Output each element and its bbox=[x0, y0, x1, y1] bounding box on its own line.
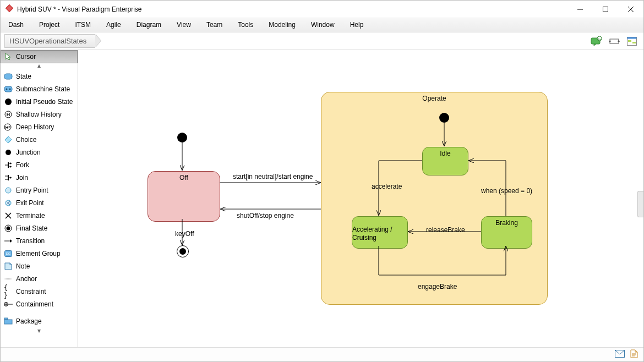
palette-label: Junction bbox=[16, 149, 41, 156]
svg-rect-16 bbox=[627, 37, 637, 39]
title-bar: Hybrid SUV * - Visual Paradigm Enterpris… bbox=[1, 1, 643, 18]
palette-scroll-up[interactable]: ▴ bbox=[1, 63, 78, 70]
svg-marker-41 bbox=[10, 177, 12, 179]
close-button[interactable] bbox=[618, 1, 643, 18]
palette-exit-point[interactable]: Exit Point bbox=[1, 196, 78, 209]
exit-point-icon bbox=[4, 199, 13, 207]
maximize-button[interactable] bbox=[593, 1, 618, 18]
palette-state[interactable]: State bbox=[1, 70, 78, 83]
palette-package[interactable]: Package bbox=[1, 315, 78, 327]
package-icon bbox=[4, 317, 13, 326]
fork-icon bbox=[4, 161, 13, 169]
palette-label: Shallow History bbox=[16, 111, 62, 118]
palette-label: Containment bbox=[16, 300, 53, 308]
palette-choice[interactable]: Choice bbox=[1, 133, 78, 146]
menu-team[interactable]: Team bbox=[199, 18, 230, 32]
palette-label: State bbox=[16, 73, 31, 80]
palette-join[interactable]: Join bbox=[1, 171, 78, 184]
app-icon bbox=[5, 4, 14, 14]
document-icon[interactable] bbox=[630, 349, 638, 360]
palette-element-group[interactable]: EG Element Group bbox=[1, 247, 78, 260]
palette-label: Package bbox=[16, 317, 42, 325]
choice-icon bbox=[4, 135, 13, 144]
entry-point-icon bbox=[4, 186, 13, 195]
palette-containment[interactable]: Containment bbox=[1, 298, 78, 310]
svg-rect-18 bbox=[632, 42, 636, 43]
diagram-canvas[interactable]: Off keyOff Operate Idle Accelerating / C… bbox=[78, 50, 643, 347]
breadcrumb[interactable]: HSUVOperationalStates bbox=[4, 34, 95, 48]
palette-label: Deep History bbox=[16, 123, 54, 131]
palette-label: Submachine State bbox=[16, 85, 70, 93]
svg-rect-17 bbox=[628, 40, 631, 42]
svg-text:9+: 9+ bbox=[598, 37, 602, 41]
mail-icon[interactable] bbox=[615, 350, 625, 359]
palette-terminate[interactable]: Terminate bbox=[1, 209, 78, 222]
junction-icon bbox=[4, 148, 13, 157]
comments-button[interactable]: 9+ bbox=[590, 35, 604, 48]
palette-label: Element Group bbox=[16, 250, 61, 257]
palette-label: Constraint bbox=[16, 288, 46, 295]
palette-deep-history[interactable]: H* Deep History bbox=[1, 120, 78, 133]
constraint-icon: { } bbox=[4, 287, 13, 296]
svg-point-24 bbox=[5, 98, 12, 105]
svg-point-42 bbox=[6, 188, 11, 193]
cursor-icon bbox=[4, 52, 13, 61]
menu-agile[interactable]: Agile bbox=[99, 18, 129, 32]
fit-width-button[interactable] bbox=[607, 35, 621, 48]
svg-marker-36 bbox=[10, 166, 12, 168]
menu-project[interactable]: Project bbox=[31, 18, 67, 32]
final-state-icon bbox=[4, 224, 13, 233]
element-group-icon: EG bbox=[4, 249, 13, 258]
join-icon bbox=[4, 173, 13, 182]
minimize-button[interactable] bbox=[567, 1, 593, 18]
palette-shallow-history[interactable]: H Shallow History bbox=[1, 108, 78, 120]
svg-rect-21 bbox=[4, 86, 12, 92]
right-panel-handle[interactable] bbox=[637, 191, 643, 217]
palette-note[interactable]: Note bbox=[1, 260, 78, 272]
svg-rect-60 bbox=[4, 320, 12, 324]
palette-transition[interactable]: Transition bbox=[1, 234, 78, 247]
palette-submachine[interactable]: Submachine State bbox=[1, 83, 78, 95]
palette-constraint[interactable]: { } Constraint bbox=[1, 285, 78, 298]
palette-label: Join bbox=[16, 174, 28, 182]
svg-marker-51 bbox=[10, 239, 12, 243]
palette-label: Terminate bbox=[16, 212, 45, 220]
containment-icon bbox=[4, 300, 13, 309]
transition-icon bbox=[4, 237, 13, 245]
palette-label: Cursor bbox=[16, 53, 36, 61]
menu-diagram[interactable]: Diagram bbox=[129, 18, 169, 32]
svg-rect-3 bbox=[603, 7, 608, 12]
palette-initial[interactable]: Initial Pseudo State bbox=[1, 95, 78, 108]
menu-window[interactable]: Window bbox=[303, 18, 342, 32]
palette-label: Entry Point bbox=[16, 187, 48, 194]
tool-palette: Cursor ▴ State Submachine State Initial … bbox=[1, 50, 78, 347]
menu-view[interactable]: View bbox=[169, 18, 199, 32]
palette-entry-point[interactable]: Entry Point bbox=[1, 184, 78, 196]
menu-dash[interactable]: Dash bbox=[1, 18, 31, 32]
svg-point-30 bbox=[6, 150, 11, 155]
menu-itsm[interactable]: ITSM bbox=[67, 18, 99, 32]
menu-modeling[interactable]: Modeling bbox=[261, 18, 303, 32]
anchor-icon bbox=[4, 275, 13, 283]
palette-scroll-down[interactable]: ▾ bbox=[1, 328, 78, 335]
palette-label: Transition bbox=[16, 237, 45, 245]
menu-tools[interactable]: Tools bbox=[230, 18, 261, 32]
status-bar bbox=[1, 347, 643, 361]
palette-fork[interactable]: Fork bbox=[1, 158, 78, 171]
svg-rect-20 bbox=[4, 74, 12, 79]
svg-point-23 bbox=[9, 88, 11, 90]
breadcrumb-bar: HSUVOperationalStates 9+ bbox=[1, 32, 643, 50]
note-icon bbox=[4, 262, 13, 271]
shallow-history-icon: H bbox=[4, 110, 13, 119]
palette-label: Note bbox=[16, 262, 30, 270]
state-icon bbox=[4, 72, 13, 81]
menu-bar: Dash Project ITSM Agile Diagram View Tea… bbox=[1, 18, 643, 32]
svg-text:H: H bbox=[7, 112, 10, 117]
palette-label: Fork bbox=[16, 161, 29, 169]
terminate-icon bbox=[4, 211, 13, 220]
palette-final-state[interactable]: Final State bbox=[1, 222, 78, 234]
menu-help[interactable]: Help bbox=[342, 18, 372, 32]
palette-junction[interactable]: Junction bbox=[1, 146, 78, 158]
diagram-overview-button[interactable] bbox=[625, 35, 639, 48]
palette-label: Initial Pseudo State bbox=[16, 98, 73, 106]
